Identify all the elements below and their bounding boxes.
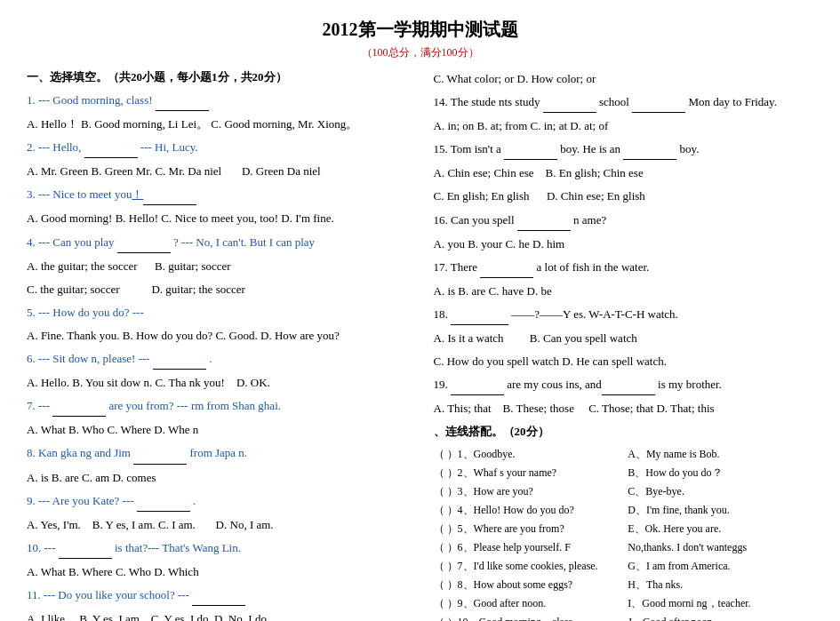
q7-options: A. What B. Who C. Where D. Whe n xyxy=(27,420,407,440)
q19-blank2 xyxy=(602,375,655,395)
match-l1: （ ）1、Goodbye. xyxy=(434,445,620,464)
question-18: 18. ——?——Y es. W-A-T-C-H watch. xyxy=(434,305,814,325)
q8-options: A. is B. are C. am D. comes xyxy=(27,468,407,488)
q14-blank1 xyxy=(543,92,596,113)
q3-options: A. Good morning! B. Hello! C. Nice to me… xyxy=(27,209,407,228)
page-wrapper: 2012第一学期期中测试题 （100总分，满分100分） 一、选择填空。（共20… xyxy=(27,18,813,621)
q4-blank1 xyxy=(117,233,171,253)
q9-options: A. Yes, I'm. B. Y es, I am. C. I am. D. … xyxy=(27,515,407,535)
q1-blank xyxy=(156,91,209,111)
q4-num: 4. --- Can you play ? --- No, I can't. B… xyxy=(27,235,315,249)
q17-options: A. is B. are C. have D. be xyxy=(434,282,814,301)
q10-blank xyxy=(59,538,112,559)
matching-right: A、My name is Bob. B、How do you do？ C、Bye… xyxy=(628,445,813,621)
match-r1: A、My name is Bob. xyxy=(628,445,813,464)
q3-num: 3. --- Nice to meet you！ xyxy=(27,187,196,201)
q15-options-a: A. Chin ese; Chin ese B. En glish; Chin … xyxy=(434,163,814,183)
match-r7: G、I am from America. xyxy=(628,557,813,576)
q16-options: A. you B. your C. he D. him xyxy=(434,235,814,254)
q10-options: A. What B. Where C. Who D. Which xyxy=(27,562,407,582)
question-1: 1. --- Good morning, class! xyxy=(27,91,407,111)
q6-num: 6. --- Sit dow n, please! --- . xyxy=(27,352,212,365)
q14-options: A. in; on B. at; from C. in; at D. at; o… xyxy=(434,116,814,136)
q6-options: A. Hello. B. You sit dow n. C. Tha nk yo… xyxy=(27,373,407,393)
q18-options-a: A. Is it a watch B. Can you spell watch xyxy=(434,329,814,348)
q19-blank1 xyxy=(451,375,504,395)
q1-options: A. Hello！ B. Good morning, Li Lei。 C. Go… xyxy=(27,115,407,134)
match-r8: H、Tha nks. xyxy=(628,576,813,594)
q6-blank xyxy=(153,349,206,370)
q2-blank xyxy=(84,138,138,158)
match-l8: （ ）8、How about some eggs? xyxy=(434,576,620,594)
q5-options: A. Fine. Thank you. B. How do you do? C.… xyxy=(27,326,407,346)
q5-num: 5. --- How do you do? --- xyxy=(27,306,144,319)
q15-blank2 xyxy=(623,139,676,160)
q11-blank xyxy=(192,585,245,606)
q8-blank xyxy=(133,443,187,464)
page-subtitle: （100总分，满分100分） xyxy=(27,45,813,60)
q2-options: A. Mr. Green B. Green Mr. C. Mr. Da niel… xyxy=(27,162,407,181)
q4-options-a: A. the guitar; the soccer B. guitar; soc… xyxy=(27,257,407,276)
q7-blank xyxy=(52,396,106,417)
match-l5: （ ）5、Where are you from? xyxy=(434,520,620,538)
matching-left: （ ）1、Goodbye. （ ）2、Whaf s your name? （ ）… xyxy=(434,445,620,621)
question-2: 2. --- Hello, --- Hi, Lucy. xyxy=(27,138,407,158)
match-r10: J、Good after noon。 xyxy=(628,613,813,621)
question-19: 19. are my cous ins, and is my brother. xyxy=(434,375,814,395)
match-r5: E、Ok. Here you are. xyxy=(628,520,813,538)
question-14: 14. The stude nts study school Mon day t… xyxy=(434,92,814,113)
q19-options: A. This; that B. These; those C. Those; … xyxy=(434,399,814,418)
q18-options-b: C. How do you spell watch D. He can spel… xyxy=(434,352,814,371)
q1-num: 1. --- Good morning, class! xyxy=(27,93,209,107)
section1-title: 一、选择填空。（共20小题，每小题1分，共20分） xyxy=(27,69,407,85)
question-7: 7. --- are you from? --- rm from Shan gh… xyxy=(27,396,407,417)
q17-blank xyxy=(480,258,533,278)
matching-section: （ ）1、Goodbye. （ ）2、Whaf s your name? （ ）… xyxy=(434,445,814,621)
match-r9: I、Good morni ng，teacher. xyxy=(628,594,813,613)
q11-options: A. I like. B. Y es, I am. C. Y es, I do.… xyxy=(27,609,407,621)
q2-num: 2. --- Hello, --- Hi, Lucy. xyxy=(27,140,198,154)
question-5: 5. --- How do you do? --- xyxy=(27,303,407,322)
q10-num: 10. --- is that?--- That's Wang Lin. xyxy=(27,541,241,554)
question-15: 15. Tom isn't a boy. He is an boy. xyxy=(434,139,814,160)
match-l4: （ ）4、Hello! How do you do? xyxy=(434,501,620,520)
match-r6: No,thanks. I don't wanteggs xyxy=(628,538,813,557)
question-17: 17. There a lot of fish in the water. xyxy=(434,258,814,278)
question-16: 16. Can you spell n ame? xyxy=(434,211,814,231)
q16-blank xyxy=(517,211,571,231)
match-l9: （ ）9、Good after noon. xyxy=(434,594,620,613)
q15-options-b: C. En glish; En glish D. Chin ese; En gl… xyxy=(434,187,814,206)
match-r2: B、How do you do？ xyxy=(628,464,813,482)
question-8: 8. Kan gka ng and Jim from Japa n. xyxy=(27,443,407,464)
section2-title: 、连线搭配。（20分） xyxy=(434,424,814,440)
match-l2: （ ）2、Whaf s your name? xyxy=(434,464,620,482)
q14-blank2 xyxy=(632,92,685,113)
match-r4: D、I'm fine, thank you. xyxy=(628,501,813,520)
q11-num: 11. --- Do you like your school? --- xyxy=(27,588,245,601)
q7-num: 7. --- are you from? --- rm from Shan gh… xyxy=(27,399,281,412)
question-9: 9. --- Are you Kate? --- . xyxy=(27,491,407,512)
q9-blank xyxy=(137,491,190,512)
q13-cont: C. What color; or D. How color; or xyxy=(434,69,814,89)
left-column: 一、选择填空。（共20小题，每小题1分，共20分） 1. --- Good mo… xyxy=(27,69,407,621)
question-11: 11. --- Do you like your school? --- xyxy=(27,585,407,606)
q8-num: 8. Kan gka ng and Jim from Japa n. xyxy=(27,446,247,459)
q15-blank1 xyxy=(504,139,557,160)
question-6: 6. --- Sit dow n, please! --- . xyxy=(27,349,407,370)
match-l6: （ ）6、Please help yourself. F xyxy=(434,538,620,557)
question-4: 4. --- Can you play ? --- No, I can't. B… xyxy=(27,233,407,253)
match-l3: （ ）3、How are you? xyxy=(434,482,620,501)
q18-blank xyxy=(451,305,508,325)
question-3: 3. --- Nice to meet you！ xyxy=(27,185,407,205)
q3-blank xyxy=(143,185,196,205)
right-column: C. What color; or D. How color; or 14. T… xyxy=(434,69,814,621)
match-r3: C、Bye-bye. xyxy=(628,482,813,501)
q9-num: 9. --- Are you Kate? --- . xyxy=(27,494,196,507)
match-l10: （ ）10、Good morning，class. xyxy=(434,613,620,621)
question-10: 10. --- is that?--- That's Wang Lin. xyxy=(27,538,407,559)
q4-options-b: C. the guitar; soccer D. guitar; the soc… xyxy=(27,280,407,299)
page-title: 2012第一学期期中测试题 xyxy=(27,18,813,42)
match-l7: （ ）7、I'd like some cookies, please. xyxy=(434,557,620,576)
